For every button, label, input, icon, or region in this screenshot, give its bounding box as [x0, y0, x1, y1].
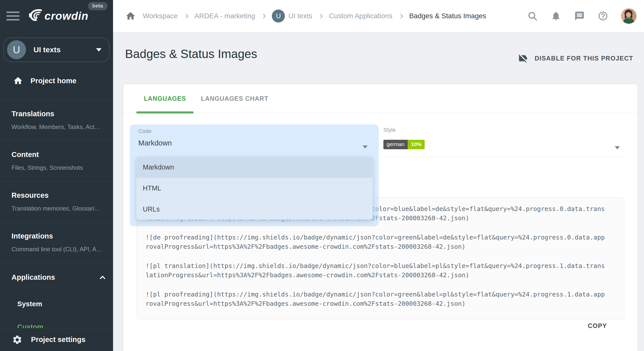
- chevron-right-icon: [318, 14, 323, 18]
- beta-badge: beta: [88, 2, 108, 10]
- sidebar-item-content[interactable]: Content Files, Strings, Screenshots: [0, 140, 113, 181]
- breadcrumb-workspace[interactable]: Workspace: [143, 12, 178, 20]
- breadcrumb-label: UI texts: [288, 12, 312, 20]
- disable-for-project-button[interactable]: DISABLE FOR THIS PROJECT: [518, 53, 633, 64]
- page-title: Badges & Status Images: [125, 47, 257, 61]
- sidebar-item-translations[interactable]: Translations Workflow, Members, Tasks, A…: [0, 100, 113, 140]
- gear-icon: [12, 334, 23, 345]
- section-title: Applications: [12, 273, 55, 282]
- menu-option-html[interactable]: HTML: [136, 178, 373, 199]
- sidebar-item-label: Project settings: [31, 336, 86, 344]
- user-avatar[interactable]: [621, 8, 636, 24]
- project-name: UI texts: [34, 46, 61, 54]
- chevron-down-icon: [96, 48, 102, 52]
- applications-header[interactable]: Applications: [12, 273, 105, 282]
- code-select-value: Markdown: [138, 139, 172, 147]
- code-select-label: Code: [138, 128, 152, 134]
- style-select[interactable]: Style german 10%: [383, 124, 625, 157]
- sidebar-item-label: Project home: [31, 77, 77, 85]
- breadcrumb: Workspace ARDEA - marketing U UI texts C…: [125, 10, 486, 22]
- tab-bar: LANGUAGES LANGUAGES CHART: [136, 84, 276, 113]
- project-avatar: U: [7, 40, 26, 59]
- menu-option-urls[interactable]: URLs: [136, 199, 373, 220]
- messages-icon[interactable]: [574, 10, 585, 22]
- topbar-actions: [527, 8, 636, 24]
- style-select-label: Style: [383, 127, 396, 133]
- tab-languages-chart[interactable]: LANGUAGES CHART: [194, 84, 276, 113]
- sidebar-item-system[interactable]: System: [12, 300, 105, 308]
- chevron-down-icon: [363, 146, 368, 148]
- sidebar: crowdin beta U UI texts Project home Tra…: [0, 0, 113, 351]
- breadcrumb-home-icon[interactable]: [125, 10, 136, 22]
- breadcrumb-current-page: Badges & Status Images: [409, 12, 486, 20]
- section-title: Resources: [12, 191, 103, 200]
- home-icon: [13, 76, 23, 86]
- code-snippet-de-proofreading: ![de proofreading](https://img.shields.i…: [146, 233, 607, 251]
- tabs-divider: [123, 113, 637, 113]
- menu-option-markdown[interactable]: Markdown: [136, 157, 373, 178]
- chevron-up-icon: [100, 276, 106, 281]
- sidebar-item-project-settings[interactable]: Project settings: [0, 328, 113, 351]
- sidebar-group-applications: Applications System Custom: [0, 262, 113, 331]
- section-title: Content: [12, 150, 103, 159]
- badge-percent-segment: 10%: [408, 140, 425, 149]
- badge-preview: german 10%: [383, 140, 425, 149]
- project-avatar: U: [272, 10, 285, 22]
- section-title: Translations: [12, 110, 103, 118]
- hamburger-menu-icon[interactable]: [7, 12, 20, 20]
- code-select-menu: Markdown HTML URLs: [136, 157, 373, 220]
- code-snippet-pl-proofreading: ![pl proofreading](https://img.shields.i…: [146, 290, 607, 308]
- sidebar-item-integrations[interactable]: Integrations Command line tool (CLI), AP…: [0, 222, 113, 262]
- section-title: Integrations: [12, 232, 103, 240]
- label-off-icon: [518, 53, 528, 64]
- section-subtitle: Workflow, Members, Tasks, Act…: [12, 124, 103, 130]
- search-icon[interactable]: [527, 10, 538, 22]
- chevron-right-icon: [398, 14, 403, 18]
- crowdin-wordmark: crowdin: [45, 10, 89, 22]
- crowdin-logo-icon: [27, 8, 43, 24]
- badges-card: LANGUAGES LANGUAGES CHART Style german 1…: [123, 84, 637, 351]
- crowdin-logo[interactable]: crowdin: [27, 8, 89, 24]
- breadcrumb-ardea-marketing[interactable]: ARDEA - marketing: [195, 12, 255, 20]
- chevron-right-icon: [184, 14, 188, 18]
- disable-button-label: DISABLE FOR THIS PROJECT: [535, 55, 633, 62]
- section-subtitle: Translation memories, Glossari…: [12, 205, 103, 212]
- breadcrumb-ui-texts[interactable]: U UI texts: [272, 10, 312, 22]
- help-icon[interactable]: [597, 10, 608, 22]
- sidebar-item-project-home[interactable]: Project home: [0, 70, 113, 92]
- section-subtitle: Command line tool (CLI), API, A…: [12, 246, 103, 253]
- sidebar-item-resources[interactable]: Resources Translation memories, Glossari…: [0, 181, 113, 222]
- project-switcher[interactable]: U UI texts: [4, 38, 110, 62]
- badge-language-segment: german: [383, 140, 408, 149]
- code-snippet-pl-translation: ![pl translation](https://img.shields.io…: [146, 261, 607, 280]
- tab-languages[interactable]: LANGUAGES: [136, 84, 194, 113]
- notifications-icon[interactable]: [550, 10, 561, 22]
- copy-button[interactable]: COPY: [581, 319, 613, 333]
- sidebar-header: crowdin beta: [0, 0, 113, 32]
- chevron-right-icon: [261, 14, 266, 18]
- breadcrumb-custom-applications[interactable]: Custom Applications: [329, 12, 392, 20]
- chevron-down-icon: [615, 146, 620, 149]
- topbar: Workspace ARDEA - marketing U UI texts C…: [113, 0, 644, 32]
- section-subtitle: Files, Strings, Screenshots: [12, 164, 103, 171]
